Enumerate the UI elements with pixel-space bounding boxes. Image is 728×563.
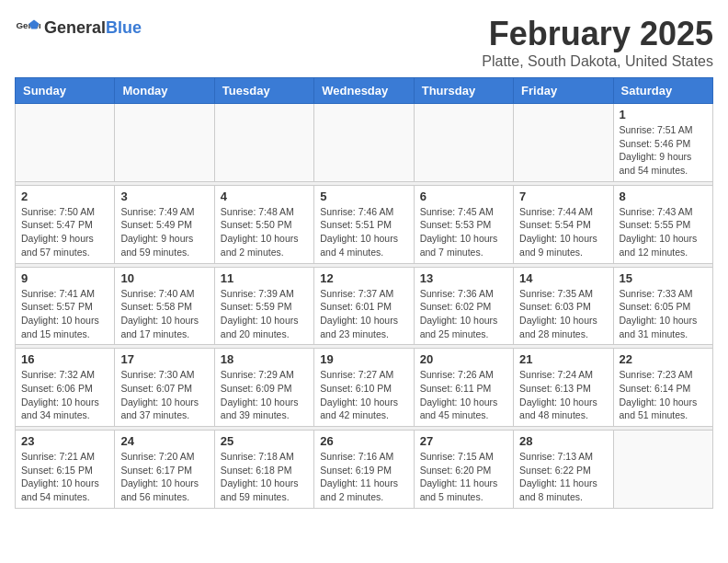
calendar-cell: 6Sunrise: 7:45 AM Sunset: 5:53 PM Daylig… <box>414 185 513 263</box>
calendar-cell: 20Sunrise: 7:26 AM Sunset: 6:11 PM Dayli… <box>414 349 513 427</box>
day-number: 4 <box>221 190 308 203</box>
calendar-week-row: 23Sunrise: 7:21 AM Sunset: 6:15 PM Dayli… <box>16 431 713 509</box>
calendar-cell: 9Sunrise: 7:41 AM Sunset: 5:57 PM Daylig… <box>16 267 115 345</box>
logo-icon: General <box>15 15 40 40</box>
calendar-cell <box>214 104 313 182</box>
day-number: 8 <box>620 190 707 203</box>
day-info: Sunrise: 7:48 AM Sunset: 5:50 PM Dayligh… <box>221 205 308 259</box>
day-number: 18 <box>221 352 308 366</box>
day-number: 9 <box>21 271 108 285</box>
calendar-cell <box>115 104 214 182</box>
day-number: 3 <box>120 190 208 203</box>
day-info: Sunrise: 7:16 AM Sunset: 6:19 PM Dayligh… <box>320 450 407 504</box>
day-number: 22 <box>620 352 707 366</box>
calendar-cell <box>613 431 712 509</box>
calendar-cell <box>514 104 613 182</box>
day-number: 28 <box>519 434 607 448</box>
header: General GeneralBlue February 2025 Platte… <box>15 15 713 70</box>
calendar-cell <box>16 104 115 182</box>
day-number: 21 <box>519 352 607 366</box>
day-info: Sunrise: 7:24 AM Sunset: 6:13 PM Dayligh… <box>519 368 607 422</box>
day-number: 10 <box>120 271 208 285</box>
location-subtitle: Platte, South Dakota, United States <box>482 53 713 70</box>
calendar-cell: 1Sunrise: 7:51 AM Sunset: 5:46 PM Daylig… <box>613 104 712 182</box>
day-number: 15 <box>620 271 707 285</box>
day-info: Sunrise: 7:39 AM Sunset: 5:59 PM Dayligh… <box>221 287 308 341</box>
day-info: Sunrise: 7:51 AM Sunset: 5:46 PM Dayligh… <box>620 123 707 178</box>
calendar-cell <box>314 104 414 182</box>
day-info: Sunrise: 7:29 AM Sunset: 6:09 PM Dayligh… <box>221 368 308 422</box>
weekday-header-wednesday: Wednesday <box>314 78 414 104</box>
logo-general-text: General <box>44 18 106 37</box>
calendar-week-row: 9Sunrise: 7:41 AM Sunset: 5:57 PM Daylig… <box>16 267 713 345</box>
calendar-cell: 24Sunrise: 7:20 AM Sunset: 6:17 PM Dayli… <box>115 431 214 509</box>
calendar-header-row: SundayMondayTuesdayWednesdayThursdayFrid… <box>16 78 713 104</box>
day-number: 11 <box>221 271 308 285</box>
calendar-cell: 26Sunrise: 7:16 AM Sunset: 6:19 PM Dayli… <box>314 431 414 509</box>
day-info: Sunrise: 7:45 AM Sunset: 5:53 PM Dayligh… <box>420 205 507 259</box>
day-info: Sunrise: 7:20 AM Sunset: 6:17 PM Dayligh… <box>120 450 208 504</box>
day-info: Sunrise: 7:26 AM Sunset: 6:11 PM Dayligh… <box>420 368 507 422</box>
day-info: Sunrise: 7:43 AM Sunset: 5:55 PM Dayligh… <box>620 205 707 259</box>
calendar-cell: 14Sunrise: 7:35 AM Sunset: 6:03 PM Dayli… <box>514 267 613 345</box>
day-number: 1 <box>620 108 707 121</box>
logo: General GeneralBlue <box>15 15 142 40</box>
calendar-cell: 5Sunrise: 7:46 AM Sunset: 5:51 PM Daylig… <box>314 185 414 263</box>
day-info: Sunrise: 7:13 AM Sunset: 6:22 PM Dayligh… <box>519 450 607 504</box>
calendar-cell: 13Sunrise: 7:36 AM Sunset: 6:02 PM Dayli… <box>414 267 513 345</box>
day-info: Sunrise: 7:32 AM Sunset: 6:06 PM Dayligh… <box>21 368 108 422</box>
calendar-week-row: 2Sunrise: 7:50 AM Sunset: 5:47 PM Daylig… <box>16 185 713 263</box>
day-number: 2 <box>21 190 108 203</box>
logo-blue-text: Blue <box>106 18 142 37</box>
day-number: 13 <box>420 271 507 285</box>
weekday-header-sunday: Sunday <box>16 78 115 104</box>
calendar-cell: 12Sunrise: 7:37 AM Sunset: 6:01 PM Dayli… <box>314 267 414 345</box>
day-info: Sunrise: 7:40 AM Sunset: 5:58 PM Dayligh… <box>120 287 208 341</box>
day-info: Sunrise: 7:15 AM Sunset: 6:20 PM Dayligh… <box>420 450 507 504</box>
weekday-header-saturday: Saturday <box>613 78 712 104</box>
calendar-week-row: 16Sunrise: 7:32 AM Sunset: 6:06 PM Dayli… <box>16 349 713 427</box>
calendar-cell: 3Sunrise: 7:49 AM Sunset: 5:49 PM Daylig… <box>115 185 214 263</box>
calendar-cell: 21Sunrise: 7:24 AM Sunset: 6:13 PM Dayli… <box>514 349 613 427</box>
calendar-cell: 17Sunrise: 7:30 AM Sunset: 6:07 PM Dayli… <box>115 349 214 427</box>
calendar-cell <box>414 104 513 182</box>
day-number: 6 <box>420 190 507 203</box>
day-info: Sunrise: 7:44 AM Sunset: 5:54 PM Dayligh… <box>519 205 607 259</box>
day-info: Sunrise: 7:36 AM Sunset: 6:02 PM Dayligh… <box>420 287 507 341</box>
day-info: Sunrise: 7:23 AM Sunset: 6:14 PM Dayligh… <box>620 368 707 422</box>
day-number: 25 <box>221 434 308 448</box>
calendar-cell: 7Sunrise: 7:44 AM Sunset: 5:54 PM Daylig… <box>514 185 613 263</box>
day-info: Sunrise: 7:46 AM Sunset: 5:51 PM Dayligh… <box>320 205 407 259</box>
calendar-week-row: 1Sunrise: 7:51 AM Sunset: 5:46 PM Daylig… <box>16 104 713 182</box>
day-number: 12 <box>320 271 407 285</box>
weekday-header-thursday: Thursday <box>414 78 513 104</box>
day-info: Sunrise: 7:50 AM Sunset: 5:47 PM Dayligh… <box>21 205 108 259</box>
title-area: February 2025 Platte, South Dakota, Unit… <box>482 15 713 70</box>
day-number: 17 <box>120 352 208 366</box>
calendar-cell: 19Sunrise: 7:27 AM Sunset: 6:10 PM Dayli… <box>314 349 414 427</box>
day-number: 16 <box>21 352 108 366</box>
day-info: Sunrise: 7:37 AM Sunset: 6:01 PM Dayligh… <box>320 287 407 341</box>
calendar-cell: 2Sunrise: 7:50 AM Sunset: 5:47 PM Daylig… <box>16 185 115 263</box>
day-number: 23 <box>21 434 108 448</box>
calendar-cell: 15Sunrise: 7:33 AM Sunset: 6:05 PM Dayli… <box>613 267 712 345</box>
day-info: Sunrise: 7:49 AM Sunset: 5:49 PM Dayligh… <box>120 205 208 259</box>
calendar-cell: 8Sunrise: 7:43 AM Sunset: 5:55 PM Daylig… <box>613 185 712 263</box>
day-info: Sunrise: 7:41 AM Sunset: 5:57 PM Dayligh… <box>21 287 108 341</box>
calendar-cell: 11Sunrise: 7:39 AM Sunset: 5:59 PM Dayli… <box>214 267 313 345</box>
day-number: 5 <box>320 190 407 203</box>
day-number: 26 <box>320 434 407 448</box>
day-number: 14 <box>519 271 607 285</box>
calendar-cell: 27Sunrise: 7:15 AM Sunset: 6:20 PM Dayli… <box>414 431 513 509</box>
day-number: 19 <box>320 352 407 366</box>
weekday-header-friday: Friday <box>514 78 613 104</box>
calendar-cell: 10Sunrise: 7:40 AM Sunset: 5:58 PM Dayli… <box>115 267 214 345</box>
calendar-cell: 4Sunrise: 7:48 AM Sunset: 5:50 PM Daylig… <box>214 185 313 263</box>
calendar-cell: 28Sunrise: 7:13 AM Sunset: 6:22 PM Dayli… <box>514 431 613 509</box>
day-info: Sunrise: 7:21 AM Sunset: 6:15 PM Dayligh… <box>21 450 108 504</box>
calendar-cell: 16Sunrise: 7:32 AM Sunset: 6:06 PM Dayli… <box>16 349 115 427</box>
day-number: 7 <box>519 190 607 203</box>
day-number: 24 <box>120 434 208 448</box>
calendar-table: SundayMondayTuesdayWednesdayThursdayFrid… <box>15 77 713 509</box>
calendar-cell: 25Sunrise: 7:18 AM Sunset: 6:18 PM Dayli… <box>214 431 313 509</box>
